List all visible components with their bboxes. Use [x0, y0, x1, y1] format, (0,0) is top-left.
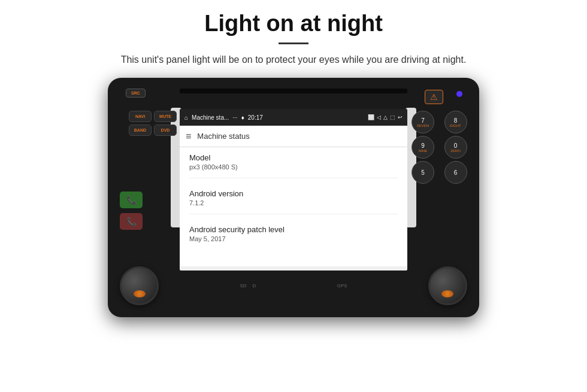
- statusbar-camera-icon: ⬜: [368, 114, 374, 120]
- left-btn-row-2: BAND DVD: [114, 124, 177, 136]
- page: Light on at night This unit's panel ligh…: [0, 0, 587, 392]
- num-0-button[interactable]: 0 ZERO: [444, 136, 467, 159]
- statusbar-eject-icon: △: [383, 114, 388, 120]
- right-knob[interactable]: [428, 266, 467, 305]
- android-content: Model px3 (800x480 S) Android version 7.…: [180, 147, 407, 266]
- info-label-model: Model: [189, 153, 398, 162]
- sd-label: SD: [240, 283, 246, 288]
- call-end-button[interactable]: 📞: [120, 213, 143, 230]
- left-side-buttons: NAVI MUTE BAND DVD: [114, 111, 177, 136]
- app-bar-title: Machine status: [197, 132, 249, 141]
- cd-slot: [180, 89, 407, 93]
- android-screen: ⌂ Machine sta... ··· ♦ 20:17 ⬜ ◁ △ ⬚ ↩: [180, 109, 407, 271]
- home-icon[interactable]: ⌂: [184, 114, 188, 121]
- num-9-button[interactable]: 9 NINE: [411, 136, 434, 159]
- title-divider: [279, 42, 308, 44]
- alert-button[interactable]: ⚠: [425, 90, 443, 104]
- info-value-model: px3 (800x480 S): [189, 163, 398, 171]
- right-side-buttons: 7 SEVEN 8 EIGHT 9 NINE 0 ZERO: [411, 111, 474, 184]
- bottom-area: SD D GPS: [108, 266, 479, 305]
- statusbar-back-icon: ↩: [398, 114, 403, 120]
- left-btn-row-1: NAVI MUTE: [114, 111, 177, 122]
- android-statusbar: ⌂ Machine sta... ··· ♦ 20:17 ⬜ ◁ △ ⬚ ↩: [180, 109, 407, 126]
- info-value-android: 7.1.2: [189, 199, 398, 206]
- info-row-security: Android security patch level May 5, 2017: [189, 225, 398, 250]
- statusbar-dots: ···: [232, 114, 237, 121]
- menu-icon[interactable]: ≡: [186, 131, 191, 142]
- info-value-security: May 5, 2017: [189, 235, 398, 242]
- num-5-button[interactable]: 5: [411, 161, 434, 184]
- statusbar-appname: Machine sta...: [192, 114, 229, 121]
- dvd-button[interactable]: DVD: [154, 124, 177, 136]
- info-label-android: Android version: [189, 189, 398, 198]
- indicator-light: [456, 91, 462, 97]
- statusbar-left: ⌂ Machine sta... ··· ♦ 20:17: [184, 114, 263, 121]
- phone-buttons: 📞 📞: [120, 192, 143, 230]
- numpad-grid: 7 SEVEN 8 EIGHT 9 NINE 0 ZERO: [411, 111, 474, 184]
- statusbar-pin-icon: ♦: [241, 114, 244, 121]
- num-7-button[interactable]: 7 SEVEN: [411, 111, 434, 133]
- sd-labels: SD D: [240, 283, 256, 288]
- info-label-security: Android security patch level: [189, 225, 398, 234]
- app-bar: ≡ Machine status: [180, 126, 407, 147]
- statusbar-right: ⬜ ◁ △ ⬚ ↩: [368, 114, 403, 120]
- device-bezel: SRC ⚠ ⌂ Machine sta... ··· ♦ 20:17: [108, 78, 479, 317]
- statusbar-time: 20:17: [248, 114, 263, 121]
- gps-label: GPS: [337, 283, 347, 288]
- band-button[interactable]: BAND: [129, 124, 152, 136]
- statusbar-monitor-icon: ⬚: [390, 114, 395, 120]
- mute-button[interactable]: MUTE: [154, 111, 177, 122]
- navi-button[interactable]: NAVI: [129, 111, 152, 122]
- call-accept-button[interactable]: 📞: [120, 192, 143, 208]
- statusbar-volume-icon: ◁: [377, 114, 381, 120]
- num-6-button[interactable]: 6: [444, 161, 467, 184]
- page-subtitle: This unit's panel light will be on to pr…: [121, 53, 467, 67]
- d-label: D: [253, 283, 256, 288]
- page-title: Light on at night: [204, 11, 383, 37]
- num-8-button[interactable]: 8 EIGHT: [444, 111, 467, 133]
- info-row-model: Model px3 (800x480 S): [189, 153, 398, 178]
- left-knob[interactable]: [120, 266, 159, 305]
- info-row-android: Android version 7.1.2: [189, 189, 398, 214]
- device-wrapper: SRC ⚠ ⌂ Machine sta... ··· ♦ 20:17: [108, 78, 479, 317]
- top-buttons: SRC: [126, 89, 146, 98]
- src-button[interactable]: SRC: [126, 89, 146, 98]
